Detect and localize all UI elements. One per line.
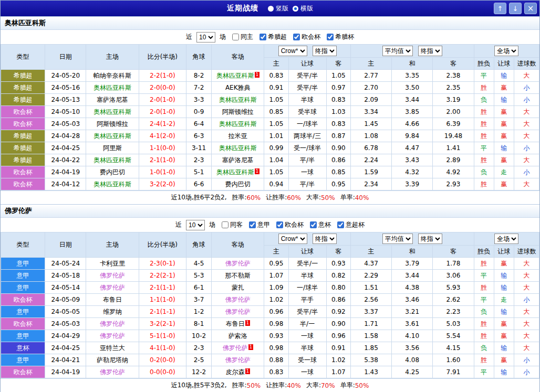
bookmaker-select[interactable]: Crow* — [278, 234, 307, 244]
europe-average-select[interactable]: 平均值 — [382, 234, 413, 244]
cell-away-team: 佛罗伦萨 — [212, 354, 264, 366]
cell-asian-home-odds: 1.02 — [264, 294, 288, 306]
cell-asian-home-odds: 1.05 — [264, 118, 288, 130]
checkbox-input[interactable] — [310, 221, 317, 228]
checkbox-input[interactable] — [232, 34, 239, 40]
cell-away-team: 萨索洛 — [212, 330, 264, 342]
scope-select[interactable]: 全场 — [494, 234, 518, 244]
cell-competition: 意杯 — [1, 342, 45, 354]
column-header: 日期 — [45, 232, 86, 258]
cell-euro-draw-odds: 4.47 — [392, 142, 433, 154]
cell-asian-away-odds: 1.02 — [326, 354, 350, 366]
team-name: 佛罗伦萨 — [100, 320, 125, 327]
cell-competition: 欧会杯 — [1, 118, 45, 130]
cell-euro-home-odds: 5.38 — [350, 354, 391, 366]
filter-checkbox-1[interactable]: 意甲 — [249, 220, 270, 229]
cell-asian-home-odds: 1.01 — [264, 130, 288, 142]
team-name: 佛罗伦萨 — [223, 344, 248, 352]
cell-goals-result: 大 — [514, 130, 539, 142]
cell-euro-home-odds: 2.70 — [350, 82, 391, 94]
recent-count-select[interactable]: 10 — [196, 32, 215, 43]
radio-label: 竖版 — [276, 4, 288, 13]
team-name: 奥林匹亚科斯 — [219, 96, 257, 103]
cell-away-team: 费内巴切 — [212, 178, 264, 190]
cell-euro-draw-odds: 3.79 — [392, 258, 433, 270]
layout-radio-horizontal[interactable]: 横版 — [293, 4, 313, 13]
cell-corners: 2-3 — [186, 342, 211, 354]
checkbox-input[interactable] — [249, 221, 256, 228]
cell-date: 24-05-14 — [45, 282, 86, 294]
cell-euro-away-odds: 5.03 — [433, 318, 474, 330]
asian-final-select[interactable]: 终指 — [313, 234, 337, 244]
cell-euro-draw-odds: 3.61 — [392, 318, 433, 330]
summary-record: 近10场,胜5平3负2, — [171, 381, 227, 390]
checkbox-input[interactable] — [293, 34, 300, 40]
filter-checkbox-4[interactable]: 意超杯 — [337, 220, 365, 229]
cell-euro-draw-odds: 4.66 — [392, 118, 433, 130]
down-button[interactable]: ↓ — [509, 3, 522, 14]
europe-average-select[interactable]: 平均值 — [382, 46, 413, 56]
cell-home-team: 佛罗伦萨 — [86, 318, 139, 330]
cell-home-team: 阿斯顿维拉 — [86, 118, 139, 130]
close-button[interactable]: × — [524, 3, 537, 14]
filter-checkbox-3[interactable]: 希腊杯 — [327, 33, 354, 41]
filter-checkbox-2[interactable]: 欧会杯 — [293, 33, 320, 41]
cell-score: 0-2(0-0) — [139, 354, 186, 366]
europe-final-select[interactable]: 终指 — [418, 46, 442, 56]
checkbox-input[interactable] — [337, 221, 344, 228]
cell-euro-home-odds: 4.37 — [350, 258, 391, 270]
cell-euro-away-odds: 5.93 — [433, 282, 474, 294]
europe-final-select[interactable]: 终指 — [418, 234, 442, 244]
filter-checkbox-0[interactable]: 同主 — [232, 33, 253, 41]
red-card-icon: 1 — [245, 368, 250, 374]
recent-count-select[interactable]: 10 — [186, 220, 205, 230]
cell-asian-handicap: 一/球半 — [288, 282, 326, 294]
cell-asian-handicap: 受平/半 — [288, 70, 326, 82]
cell-euro-draw-odds: 3.56 — [392, 342, 433, 354]
cell-euro-draw-odds: 3.50 — [392, 82, 433, 94]
filter-checkbox-2[interactable]: 欧会杯 — [276, 220, 304, 229]
filter-checkbox-3[interactable]: 意杯 — [310, 220, 331, 229]
cell-euro-home-odds: 2.24 — [350, 154, 391, 166]
checkbox-input[interactable] — [222, 221, 229, 228]
checkbox-input[interactable] — [276, 221, 283, 228]
team-name: 奥林匹亚科斯 — [216, 168, 254, 176]
cell-win-draw-loss: 胜 — [474, 318, 494, 330]
cell-competition: 意甲 — [1, 258, 45, 270]
cell-competition: 欧会杯 — [1, 366, 45, 378]
cell-asian-away-odds: 0.92 — [326, 306, 350, 318]
filter-checkbox-1[interactable]: 希腊超 — [259, 33, 287, 41]
up-button[interactable]: ↑ — [494, 3, 506, 14]
cell-euro-away-odds: 5.54 — [433, 330, 474, 342]
cell-asian-home-odds: 1.07 — [264, 270, 288, 282]
column-header: 客场 — [212, 232, 264, 258]
team-name: 奥林匹亚科斯 — [94, 156, 131, 164]
sub-column-header: 主 — [350, 246, 391, 258]
match-row: 意甲24-05-14佛罗伦萨2-1(1-1)6-1蒙扎1.09一/球半0.801… — [1, 282, 539, 294]
red-card-icon: 1 — [248, 344, 253, 350]
cell-win-draw-loss: 平 — [474, 270, 494, 282]
layout-radio-vertical[interactable]: 竖版 — [268, 4, 288, 13]
cell-asian-away-odds: 1.03 — [326, 106, 350, 118]
cell-asian-away-odds: 0.85 — [326, 166, 350, 178]
checkbox-input[interactable] — [327, 34, 334, 40]
summary-stat-value: 70% — [321, 382, 335, 389]
scope-select[interactable]: 全场 — [494, 46, 518, 56]
radio-label: 横版 — [300, 4, 313, 13]
cell-corners: 0-9 — [186, 106, 211, 118]
cell-competition: 欧会杯 — [1, 294, 45, 306]
bookmaker-select[interactable]: Crow* — [278, 46, 307, 56]
cell-away-team: AEK雅典 — [212, 82, 264, 94]
asian-final-select[interactable]: 终指 — [313, 46, 337, 56]
checkbox-input[interactable] — [259, 34, 266, 40]
team-name: 皮尔森 — [226, 368, 245, 376]
sub-column-header: 让球 — [494, 246, 514, 258]
checkbox-label: 同客 — [230, 220, 243, 229]
sub-column-header: 进球数 — [514, 58, 539, 70]
cell-away-team: 佛罗伦萨 — [212, 294, 264, 306]
match-row: 希腊超24-05-16奥林匹亚科斯2-0(0-0)7-2AEK雅典0.91受平/… — [1, 82, 539, 94]
team-name: 佛罗伦萨 — [100, 284, 125, 291]
filter-checkbox-0[interactable]: 同客 — [222, 220, 243, 229]
cell-corners: 6-4 — [186, 118, 211, 130]
cell-handicap-result: 走 — [494, 166, 514, 178]
